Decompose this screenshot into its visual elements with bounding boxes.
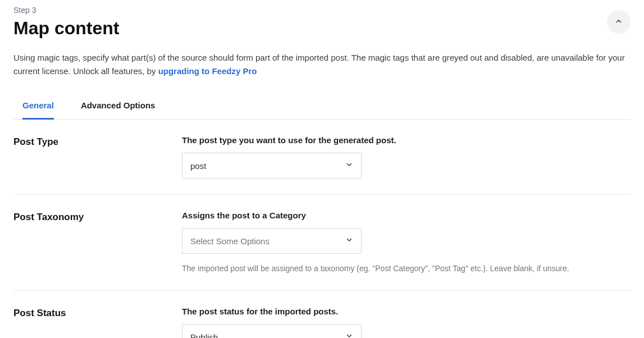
upgrade-link[interactable]: upgrading to Feedzy Pro <box>158 66 257 76</box>
post-taxonomy-placeholder: Select Some Options <box>182 228 362 254</box>
page-title: Map content <box>13 18 119 39</box>
post-taxonomy-desc: Assigns the post to a Category <box>182 211 631 220</box>
chevron-up-icon <box>614 17 623 28</box>
tab-advanced[interactable]: Advanced Options <box>81 94 156 120</box>
post-status-select[interactable]: Publish <box>182 324 362 338</box>
post-status-label: Post Status <box>13 307 171 338</box>
post-type-label: Post Type <box>13 135 171 179</box>
section-post-taxonomy: Post Taxonomy Assigns the post to a Cate… <box>13 195 631 291</box>
post-status-value: Publish <box>182 324 362 338</box>
collapse-button[interactable] <box>607 10 631 34</box>
page-description: Using magic tags, specify what part(s) o… <box>13 51 631 78</box>
tab-general[interactable]: General <box>22 94 54 120</box>
description-text: Using magic tags, specify what part(s) o… <box>13 53 625 76</box>
step-label: Step 3 <box>13 6 119 15</box>
post-taxonomy-label: Post Taxonomy <box>13 211 171 275</box>
post-type-desc: The post type you want to use for the ge… <box>182 135 631 145</box>
post-status-desc: The post status for the imported posts. <box>182 307 631 316</box>
tabs: General Advanced Options <box>13 94 631 120</box>
post-type-select[interactable]: post <box>182 153 362 179</box>
section-post-type: Post Type The post type you want to use … <box>13 120 631 195</box>
post-taxonomy-help: The imported post will be assigned to a … <box>182 263 631 275</box>
post-taxonomy-select[interactable]: Select Some Options <box>182 228 362 254</box>
post-type-value: post <box>182 153 362 179</box>
section-post-status: Post Status The post status for the impo… <box>13 291 631 338</box>
